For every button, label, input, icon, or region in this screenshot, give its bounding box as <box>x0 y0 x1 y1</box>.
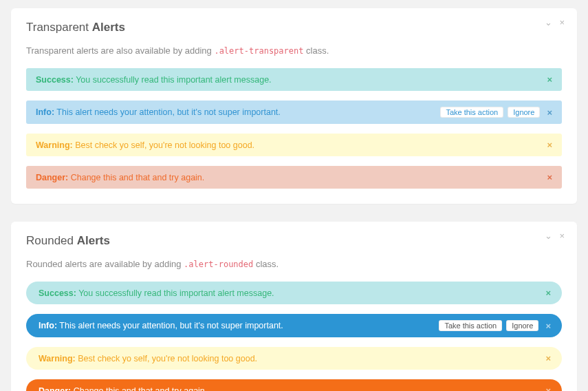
alert: Warning: Best check yo self, you're not … <box>26 134 562 156</box>
alert-action-button[interactable]: Take this action <box>439 320 502 331</box>
desc-text: class. <box>303 45 329 56</box>
alert-text: Best check yo self, you're not looking t… <box>76 354 257 363</box>
desc-text: Rounded alerts are available by adding <box>26 259 184 269</box>
alert: Danger: Change this and that and try aga… <box>26 379 562 391</box>
card-description: Transparent alerts are also available by… <box>26 45 562 56</box>
collapse-icon[interactable]: ⌄ <box>545 231 552 240</box>
alert: Info: This alert needs your attention, b… <box>26 101 562 124</box>
card: ⌄×Rounded AlertsRounded alerts are avail… <box>11 222 577 391</box>
close-icon[interactable]: × <box>545 321 551 331</box>
collapse-icon[interactable]: ⌄ <box>545 18 552 27</box>
alert-body: Warning: Best check yo self, you're not … <box>36 140 547 150</box>
close-icon[interactable]: × <box>547 107 552 118</box>
close-icon[interactable]: × <box>545 353 551 363</box>
alert-action-button[interactable]: Ignore <box>508 107 540 118</box>
alert-action-button[interactable]: Take this action <box>440 107 503 118</box>
alert-buttons: Take this actionIgnore <box>440 107 540 118</box>
alert-text: Best check yo self, you're not looking t… <box>73 140 254 150</box>
close-icon[interactable]: × <box>545 288 551 298</box>
alert-label: Success: <box>36 75 74 85</box>
alert-body: Info: This alert needs your attention, b… <box>36 107 440 117</box>
alert-label: Success: <box>39 288 76 298</box>
close-icon[interactable]: × <box>547 74 552 85</box>
alert: Success: You successfully read this impo… <box>26 282 562 304</box>
alert-body: Danger: Change this and that and try aga… <box>36 173 547 182</box>
card-actions: ⌄× <box>545 18 565 27</box>
desc-code: .alert-transparent <box>214 46 303 56</box>
desc-code: .alert-rounded <box>184 260 253 269</box>
alert-text: You successfully read this important ale… <box>76 288 274 298</box>
alert-body: Info: This alert needs your attention, b… <box>39 321 439 330</box>
close-icon[interactable]: × <box>547 140 552 150</box>
alert: Warning: Best check yo self, you're not … <box>26 347 562 370</box>
close-icon[interactable]: × <box>547 172 552 182</box>
card-title: Rounded Alerts <box>26 234 562 248</box>
alert-label: Warning: <box>39 354 76 363</box>
card-title-bold: Alerts <box>77 234 110 247</box>
close-icon[interactable]: × <box>559 18 565 27</box>
card-title: Transparent Alerts <box>26 21 562 34</box>
alert-label: Warning: <box>36 140 73 150</box>
close-icon[interactable]: × <box>559 231 565 240</box>
card-title-light: Transparent <box>26 21 92 34</box>
alert: Info: This alert needs your attention, b… <box>26 314 562 337</box>
alert-text: This alert needs your attention, but it'… <box>54 107 281 117</box>
card-title-bold: Alerts <box>92 21 125 34</box>
alert-text: You successfully read this important ale… <box>74 75 272 85</box>
alert-text: Change this and that and try again. <box>71 386 207 392</box>
alert-text: This alert needs your attention, but it'… <box>57 321 283 330</box>
alert-action-button[interactable]: Ignore <box>506 320 538 331</box>
desc-text: class. <box>253 259 279 269</box>
alert-body: Warning: Best check yo self, you're not … <box>39 354 545 363</box>
alert-buttons: Take this actionIgnore <box>439 320 538 331</box>
close-icon[interactable]: × <box>545 385 551 391</box>
alert-text: Change this and that and try again. <box>68 173 204 182</box>
alert-label: Info: <box>36 107 54 117</box>
alert-body: Success: You successfully read this impo… <box>36 75 547 85</box>
card: ⌄×Transparent AlertsTransparent alerts a… <box>11 8 577 204</box>
card-title-light: Rounded <box>26 234 77 247</box>
alert: Danger: Change this and that and try aga… <box>26 166 562 189</box>
alert-label: Danger: <box>39 386 71 392</box>
card-actions: ⌄× <box>545 231 565 240</box>
alert-label: Danger: <box>36 173 68 182</box>
desc-text: Transparent alerts are also available by… <box>26 45 214 56</box>
alert-body: Danger: Change this and that and try aga… <box>39 386 545 392</box>
alert: Success: You successfully read this impo… <box>26 68 562 91</box>
alert-label: Info: <box>39 321 57 330</box>
alert-body: Success: You successfully read this impo… <box>39 288 545 298</box>
card-description: Rounded alerts are available by adding .… <box>26 259 562 269</box>
